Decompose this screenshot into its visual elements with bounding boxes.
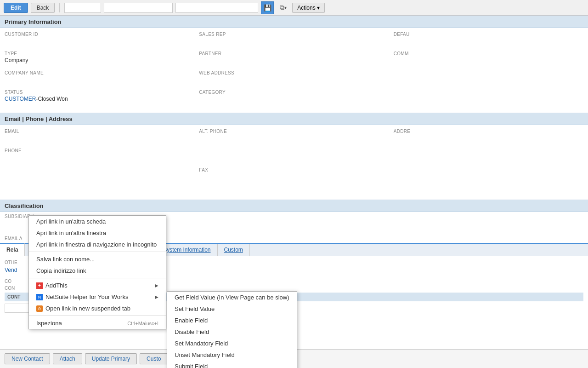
- web-address-field: WEB ADDRESS: [199, 70, 389, 87]
- save-button[interactable]: 💾: [261, 1, 274, 14]
- address-field: ADDRE: [394, 129, 583, 145]
- ctx-open-new-window[interactable]: Apri link in un'altra finestra: [29, 227, 166, 239]
- empty-email-field: [5, 167, 194, 184]
- sales-rep-field: SALES REP: [199, 32, 389, 48]
- save-icon: 💾: [264, 4, 271, 12]
- type-label: TYPE: [5, 51, 194, 56]
- fax-value: [199, 173, 389, 181]
- actions-label: Actions ▾: [297, 5, 320, 11]
- new-contact-button[interactable]: New Contact: [5, 353, 50, 364]
- context-menu: Apri link in un'altra scheda Apri link i…: [28, 215, 166, 329]
- toolbar-field-2[interactable]: [104, 3, 173, 13]
- status-link[interactable]: CUSTOMER: [5, 96, 36, 102]
- custo-button[interactable]: Custo: [140, 353, 168, 364]
- default-value: [394, 38, 583, 45]
- ctx-addthis-label: AddThis: [45, 282, 155, 289]
- ctx-netsuite-label: NetSuite Helper for Your Works: [45, 293, 155, 300]
- ctx-sep-3: [29, 316, 166, 316]
- ctx-open-new-tab[interactable]: Apri link in un'altra scheda: [29, 216, 166, 227]
- spacer: [5, 187, 583, 196]
- phone-label: PHONE: [5, 148, 194, 153]
- ctx-open-new-tab-label: Apri link in un'altra scheda: [36, 218, 158, 225]
- category-label: CATEGORY: [199, 90, 389, 95]
- fax-label: FAX: [199, 167, 389, 172]
- sub-set-mandatory[interactable]: Set Mandatory Field: [167, 338, 297, 349]
- update-primary-button[interactable]: Update Primary: [85, 353, 137, 364]
- ctx-open-suspended[interactable]: ⊙ Open link in new suspended tab: [29, 303, 166, 314]
- primary-row-4: STATUS CUSTOMER-Closed Won CATEGORY: [5, 90, 583, 106]
- copy-icon: ⧉: [280, 4, 284, 12]
- ctx-copy-address[interactable]: Copia indirizzo link: [29, 265, 166, 276]
- empty-email-field-2: [394, 167, 583, 184]
- email-row-3: FAX: [5, 167, 583, 184]
- ctx-save-link-label: Salva link con nome...: [36, 256, 158, 263]
- sub-disable-field[interactable]: Disable Field: [167, 326, 297, 338]
- email-phone-section: EMAIL ALT. PHONE ADDRE PHONE FAX: [0, 125, 588, 200]
- edit-button[interactable]: Edit: [4, 3, 28, 13]
- category-field: CATEGORY: [199, 90, 389, 106]
- ctx-open-incognito[interactable]: Apri link in finestra di navigazione in …: [29, 239, 166, 250]
- primary-info-header: Primary Information: [0, 16, 588, 28]
- empty-phone-field: [199, 148, 389, 165]
- default-label: DEFAU: [394, 32, 583, 37]
- company-name-value: [5, 76, 194, 84]
- type-field: TYPE Company: [5, 51, 194, 68]
- email-row-2: PHONE: [5, 148, 583, 165]
- partner-label: PARTNER: [199, 51, 389, 56]
- toolbar-field-3[interactable]: [175, 3, 258, 13]
- sales-rep-value: [199, 38, 389, 45]
- phone-field: PHONE: [5, 148, 194, 165]
- copy-dropdown-icon: ▾: [284, 5, 287, 10]
- primary-info-section: CUSTOMER ID SALES REP DEFAU TYPE Company…: [0, 28, 588, 113]
- status-value: CUSTOMER-Closed Won: [5, 96, 194, 103]
- sub-get-field-value[interactable]: Get Field Value (In View Page can be slo…: [167, 292, 297, 303]
- sub-enable-field[interactable]: Enable Field: [167, 315, 297, 326]
- company-name-field: COMPANY NAME: [5, 70, 194, 87]
- empty-phone-field-2: [394, 148, 583, 165]
- sub-unset-mandatory[interactable]: Unset Mandatory Field: [167, 349, 297, 361]
- back-button[interactable]: Back: [31, 3, 55, 13]
- ctx-open-suspended-label: Open link in new suspended tab: [45, 305, 158, 312]
- addthis-icon: +: [36, 282, 43, 289]
- tab-custom[interactable]: Custom: [218, 244, 250, 256]
- tab-rela[interactable]: Rela: [0, 243, 25, 256]
- alt-phone-value: [199, 135, 389, 142]
- attach-button[interactable]: Attach: [53, 353, 82, 364]
- ctx-addthis[interactable]: + AddThis: [29, 280, 166, 291]
- web-address-value: [199, 76, 389, 84]
- status-field: STATUS CUSTOMER-Closed Won: [5, 90, 194, 106]
- partner-value: [199, 57, 389, 64]
- email-row-1: EMAIL ALT. PHONE ADDRE: [5, 129, 583, 145]
- address-label: ADDRE: [394, 129, 583, 134]
- type-value: Company: [5, 57, 194, 64]
- empty-field-1: [394, 70, 583, 87]
- default-field: DEFAU: [394, 32, 583, 48]
- netsuite-icon: N: [36, 294, 43, 300]
- copy-button[interactable]: ⧉ ▾: [277, 1, 289, 14]
- sub-submit-field[interactable]: Submit Field: [167, 361, 297, 368]
- primary-row-3: COMPANY NAME WEB ADDRESS: [5, 70, 583, 87]
- customer-id-label: CUSTOMER ID: [5, 32, 194, 37]
- toolbar-field-1[interactable]: [64, 3, 101, 13]
- ctx-inspect[interactable]: Ispeziona Ctrl+Maiusc+I: [29, 317, 166, 329]
- customer-id-value: [5, 38, 194, 45]
- company-name-label: COMPANY NAME: [5, 70, 194, 75]
- status-label: STATUS: [5, 90, 194, 95]
- phone-value: [5, 154, 194, 161]
- ctx-netsuite[interactable]: N NetSuite Helper for Your Works Get Fie…: [29, 291, 166, 303]
- ctx-open-new-window-label: Apri link in un'altra finestra: [36, 230, 158, 236]
- ctx-save-link[interactable]: Salva link con nome...: [29, 253, 166, 265]
- primary-row-2: TYPE Company PARTNER COMM: [5, 51, 583, 68]
- comm-value: [394, 57, 583, 64]
- category-value: [199, 96, 389, 103]
- alt-phone-label: ALT. PHONE: [199, 129, 389, 134]
- ctx-copy-address-label: Copia indirizzo link: [36, 267, 158, 274]
- comm-label: COMM: [394, 51, 583, 56]
- ctx-sep-2: [29, 278, 166, 278]
- comm-field: COMM: [394, 51, 583, 68]
- netsuite-submenu: Get Field Value (In View Page can be slo…: [167, 291, 297, 368]
- primary-row-1: CUSTOMER ID SALES REP DEFAU: [5, 32, 583, 48]
- actions-button[interactable]: Actions ▾: [292, 3, 325, 13]
- sub-set-field-value[interactable]: Set Field Value: [167, 303, 297, 315]
- empty-field-2: [394, 90, 583, 106]
